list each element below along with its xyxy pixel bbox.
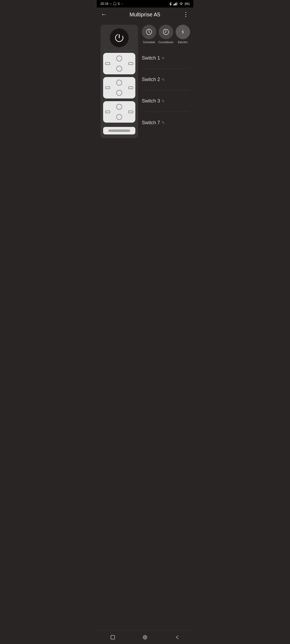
wifi-icon <box>179 2 183 5</box>
svg-rect-1 <box>175 3 175 5</box>
power-button[interactable] <box>110 28 129 47</box>
socket-slot-left-3 <box>105 111 110 113</box>
usb-bar <box>108 130 130 132</box>
switch-3-edit-icon[interactable]: ✎ <box>162 99 165 103</box>
socket-slot-left-1 <box>105 62 110 65</box>
socket-slot-left-2 <box>105 86 110 89</box>
electric-label: Electric <box>178 41 188 44</box>
bluetooth-icon <box>169 2 172 6</box>
back-button[interactable]: ← <box>101 11 107 18</box>
switch-3-item[interactable]: Switch 3 ✎ <box>142 90 190 112</box>
status-right: [86] <box>169 2 190 6</box>
svg-rect-2 <box>176 3 176 5</box>
socket-middle-1 <box>105 62 133 65</box>
switch-3-label: Switch 3 ✎ <box>142 98 165 104</box>
countdown-icon-circle <box>159 25 173 39</box>
signal-icon <box>173 2 178 5</box>
socket-circle-bottom-3 <box>116 114 122 120</box>
right-panel: Schedule Countdown <box>142 25 190 138</box>
main-content: Schedule Countdown <box>97 21 193 141</box>
schedule-button[interactable]: Schedule <box>142 25 156 44</box>
svg-rect-0 <box>173 4 174 5</box>
socket-1[interactable] <box>103 53 135 74</box>
socket-slot-right-2 <box>128 86 133 89</box>
switch-2-label: Switch 2 ✎ <box>142 77 165 82</box>
schedule-icon-circle <box>142 25 156 39</box>
countdown-label: Countdown <box>158 41 173 44</box>
battery-icon: [86] <box>185 2 190 5</box>
schedule-label: Schedule <box>143 41 155 44</box>
socket-2[interactable] <box>103 77 135 98</box>
top-app-bar: ← Multiprise A5 ⋮ <box>97 8 193 21</box>
socket-slot-right-3 <box>128 111 133 113</box>
status-left: 20:16 ○ 🎧 S ··· <box>100 2 123 6</box>
electric-button[interactable]: Electric <box>176 25 190 44</box>
switch-1-label: Switch 1 ✎ <box>142 55 165 61</box>
switch-7-edit-icon[interactable]: ✎ <box>162 120 165 125</box>
socket-3[interactable] <box>103 101 135 123</box>
socket-circle-top-2 <box>116 80 122 86</box>
svg-rect-3 <box>177 2 177 5</box>
usb-item[interactable] <box>103 127 135 134</box>
menu-button[interactable]: ⋮ <box>183 11 189 18</box>
status-bar: 20:16 ○ 🎧 S ··· [86] <box>97 0 193 8</box>
switch-1-edit-icon[interactable]: ✎ <box>162 56 165 60</box>
socket-circle-top-1 <box>116 56 122 61</box>
action-buttons-row: Schedule Countdown <box>142 25 190 44</box>
switch-1-item[interactable]: Switch 1 ✎ <box>142 47 190 69</box>
switch-2-edit-icon[interactable]: ✎ <box>162 78 165 82</box>
socket-middle-3 <box>105 111 133 113</box>
electric-icon-circle <box>176 25 190 39</box>
switch-7-item[interactable]: Switch 7 ✎ <box>142 112 190 133</box>
switch-7-label: Switch 7 ✎ <box>142 120 165 126</box>
countdown-button[interactable]: Countdown <box>158 25 173 44</box>
time-display: 20:16 <box>100 2 108 6</box>
notification-icons: ○ 🎧 S ··· <box>110 2 123 6</box>
socket-circle-top-3 <box>116 104 122 110</box>
power-button-container <box>103 28 135 50</box>
socket-middle-2 <box>105 86 133 89</box>
page-title: Multiprise A5 <box>129 12 160 18</box>
left-panel <box>100 25 138 138</box>
switch-2-item[interactable]: Switch 2 ✎ <box>142 69 190 90</box>
socket-circle-bottom-1 <box>116 66 122 72</box>
socket-slot-right-1 <box>128 62 133 65</box>
socket-circle-bottom-2 <box>116 90 122 96</box>
